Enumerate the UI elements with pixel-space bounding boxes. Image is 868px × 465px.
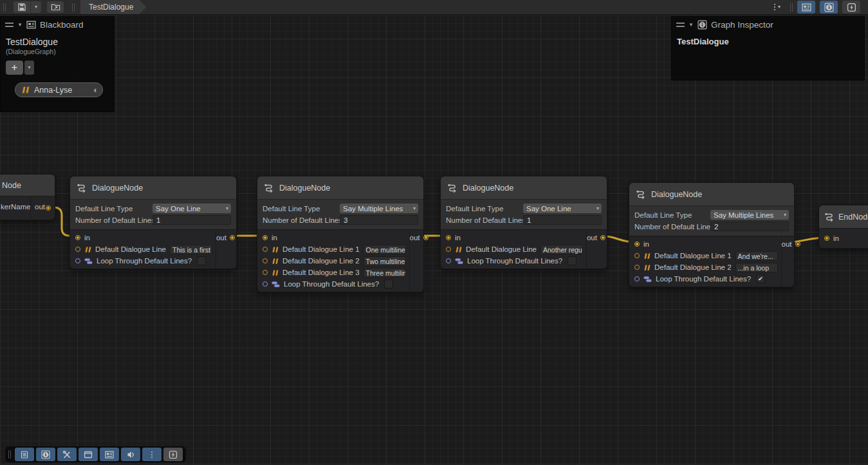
blackboard-graph-type: (DialogueGraph) bbox=[1, 47, 114, 59]
blackboard-icon bbox=[105, 450, 114, 459]
toolbar-drag-handle[interactable] bbox=[3, 3, 6, 12]
node-title-bar[interactable]: DialogueNode bbox=[70, 176, 236, 199]
dialogue-line-port[interactable] bbox=[634, 265, 640, 270]
dialogue-line-input[interactable]: Three multilin bbox=[364, 268, 406, 278]
collapse-chevron-icon[interactable]: ‹ bbox=[94, 85, 97, 95]
dialogue-line-port[interactable] bbox=[263, 247, 268, 252]
lines-count-input[interactable]: 2 bbox=[710, 222, 789, 231]
dialogue-line-input[interactable]: And we're... bbox=[735, 251, 778, 261]
line-type-value: Say Multiple Lines bbox=[714, 211, 784, 219]
collapse-triangle-icon[interactable]: ▼ bbox=[17, 23, 23, 28]
node-title-bar[interactable]: Node bbox=[0, 175, 55, 196]
node-title-bar[interactable]: DialogueNode bbox=[441, 176, 607, 199]
dialogue-node-1[interactable]: DialogueNode Default Line Type Say One L… bbox=[69, 176, 237, 269]
collapse-triangle-icon[interactable]: ▼ bbox=[688, 23, 694, 28]
out-port-label: out bbox=[35, 203, 45, 211]
in-port[interactable] bbox=[263, 235, 268, 240]
node-title-bar[interactable]: EndNode bbox=[819, 205, 868, 228]
blackboard-header[interactable]: ▼ Blackboard bbox=[1, 17, 114, 33]
dialogue-line-port[interactable] bbox=[263, 270, 268, 275]
dialogue-line-input[interactable]: One multiline bbox=[364, 245, 406, 254]
dialogue-node-2[interactable]: DialogueNode Default Line Type Say Multi… bbox=[257, 176, 424, 292]
loop-checkbox[interactable]: ✔ bbox=[756, 274, 765, 283]
save-button[interactable] bbox=[14, 1, 30, 13]
loop-port[interactable] bbox=[634, 276, 640, 281]
out-port[interactable] bbox=[46, 205, 51, 211]
out-port[interactable] bbox=[423, 235, 429, 240]
out-port[interactable] bbox=[795, 242, 800, 247]
quote-icon bbox=[643, 264, 651, 271]
loop-label: Loop Through Default Lines? bbox=[284, 280, 379, 288]
node-title-bar[interactable]: DialogueNode bbox=[257, 176, 423, 199]
tab-testdialogue[interactable]: TestDialogue bbox=[80, 0, 146, 14]
save-options-dropdown[interactable]: ▾ bbox=[31, 1, 41, 13]
blackboard-button[interactable] bbox=[100, 448, 119, 461]
toggle-inspector-button[interactable] bbox=[820, 1, 838, 14]
lines-count-input[interactable]: 1 bbox=[152, 215, 231, 225]
node-port-section: in Default Dialogue Line 1 One multiline… bbox=[257, 229, 423, 292]
dialogue-line-port[interactable] bbox=[263, 258, 268, 263]
tools-button[interactable] bbox=[57, 448, 77, 461]
toolbar-drag-handle[interactable] bbox=[8, 450, 11, 459]
speaker-node[interactable]: Node kerName out bbox=[0, 174, 55, 220]
dialogue-line-input[interactable]: This is a first bbox=[170, 245, 212, 254]
document-button[interactable] bbox=[15, 448, 34, 461]
drag-handle-icon[interactable] bbox=[5, 23, 14, 27]
loop-port[interactable] bbox=[263, 281, 268, 287]
end-node[interactable]: EndNode in bbox=[818, 205, 868, 249]
dialogue-line-input[interactable]: Another regu bbox=[540, 245, 583, 254]
dialogue-node-icon bbox=[636, 189, 646, 200]
lines-count-input[interactable]: 1 bbox=[523, 215, 602, 225]
window-button[interactable] bbox=[78, 448, 98, 461]
graph-inspector-panel[interactable]: ▼ Graph Inspector TestDialogue bbox=[671, 16, 865, 81]
more-button[interactable] bbox=[142, 448, 162, 461]
line-type-dropdown[interactable]: Say Multiple Lines ▾ bbox=[710, 210, 789, 220]
node-title: DialogueNode bbox=[651, 190, 702, 199]
dialogue-line-port[interactable] bbox=[446, 247, 451, 252]
node-properties: Default Line Type Say One Line ▾ Number … bbox=[441, 199, 607, 229]
line-type-label: Default Line Type bbox=[446, 205, 523, 213]
open-asset-button[interactable] bbox=[47, 1, 64, 13]
blackboard-panel[interactable]: ▼ Blackboard TestDialogue (DialogueGraph… bbox=[0, 16, 115, 112]
blackboard-property-anna-lyse[interactable]: Anna-Lyse ‹ bbox=[15, 82, 103, 97]
dialogue-line-row: Default Dialogue Line 1 And we're... bbox=[629, 250, 781, 261]
graph-inspector-header[interactable]: ▼ Graph Inspector bbox=[672, 17, 864, 33]
speaker-name-field[interactable]: kerName bbox=[1, 203, 31, 211]
chevron-down-icon: ▾ bbox=[413, 206, 416, 211]
in-port[interactable] bbox=[75, 235, 80, 240]
out-port[interactable] bbox=[600, 235, 605, 240]
toggle-preview-button[interactable] bbox=[842, 1, 860, 14]
info-button[interactable] bbox=[36, 448, 55, 461]
node-title-bar[interactable]: DialogueNode bbox=[629, 183, 794, 205]
drag-handle-icon[interactable] bbox=[676, 23, 685, 27]
dialogue-line-port[interactable] bbox=[634, 253, 640, 258]
line-type-dropdown[interactable]: Say One Line ▾ bbox=[523, 204, 602, 213]
dialogue-node-4[interactable]: DialogueNode Default Line Type Say Multi… bbox=[629, 182, 795, 287]
lightning-button[interactable] bbox=[163, 448, 183, 461]
loop-checkbox[interactable] bbox=[197, 256, 206, 265]
line-type-dropdown[interactable]: Say One Line ▾ bbox=[152, 204, 231, 213]
in-port-label: in bbox=[272, 234, 277, 242]
in-port[interactable] bbox=[634, 242, 640, 247]
dialogue-line-input[interactable]: Two multiline bbox=[364, 256, 406, 266]
property-name: Anna-Lyse bbox=[34, 86, 89, 95]
loop-checkbox[interactable] bbox=[384, 280, 393, 289]
in-port[interactable] bbox=[446, 235, 451, 240]
dialogue-line-input[interactable]: ...in a loop bbox=[735, 263, 778, 272]
add-property-dropdown[interactable]: ▾ bbox=[24, 61, 34, 75]
add-property-button[interactable]: + bbox=[6, 61, 23, 75]
loop-port[interactable] bbox=[75, 258, 80, 263]
dialogue-node-3[interactable]: DialogueNode Default Line Type Say One L… bbox=[440, 176, 607, 269]
out-port[interactable] bbox=[230, 235, 235, 240]
speaker-button[interactable] bbox=[121, 448, 140, 461]
toggle-blackboard-button[interactable] bbox=[797, 1, 815, 14]
graph-canvas[interactable]: Node kerName out DialogueNode Default Li… bbox=[0, 0, 868, 465]
overflow-menu-button[interactable]: ▾ bbox=[769, 1, 786, 13]
loop-port[interactable] bbox=[446, 258, 451, 263]
lines-count-input[interactable]: 3 bbox=[340, 215, 418, 225]
in-port[interactable] bbox=[824, 236, 829, 241]
dialogue-line-port[interactable] bbox=[75, 247, 80, 252]
out-port-label: out bbox=[782, 240, 792, 248]
loop-checkbox[interactable] bbox=[568, 256, 577, 265]
line-type-dropdown[interactable]: Say Multiple Lines ▾ bbox=[340, 204, 418, 213]
